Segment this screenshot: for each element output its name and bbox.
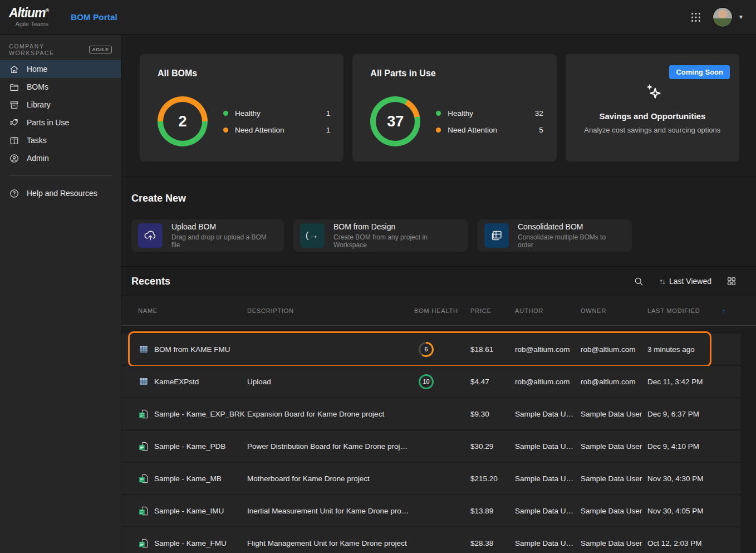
column-header-price[interactable]: PRICE xyxy=(470,307,515,314)
legend-dot-icon xyxy=(436,128,441,133)
sample-file-icon xyxy=(138,441,149,452)
table-header: NAMEDESCRIPTIONBOM HEALTHPRICEAUTHOROWNE… xyxy=(121,296,756,326)
recents-title: Recents xyxy=(131,276,170,287)
row-name: KameEXPstd xyxy=(154,378,199,386)
row-bom-health: 6 xyxy=(414,342,470,357)
row-last-modified: Dec 9, 4:10 PM xyxy=(647,442,722,451)
legend-dot-icon xyxy=(223,128,228,133)
row-name-cell: Sample - Kame_PDB xyxy=(138,441,247,452)
row-author: Sample Data User xyxy=(515,474,581,483)
sidebar-item-library[interactable]: Library xyxy=(0,96,121,114)
table-row[interactable]: Sample - Kame_FMUFlight Management Unit … xyxy=(121,527,740,553)
legend-value: 32 xyxy=(535,109,543,118)
column-header-owner[interactable]: OWNER xyxy=(581,307,647,314)
row-author: Sample Data User xyxy=(515,539,581,547)
row-owner: rob@altium.com xyxy=(581,345,647,354)
column-header-last-modified[interactable]: LAST MODIFIED xyxy=(647,307,722,314)
sidebar-item-label: Parts in Use xyxy=(27,118,69,127)
workspace-label: COMPANY WORKSPACE xyxy=(9,43,85,56)
sort-selector[interactable]: ↑↓ Last Viewed xyxy=(659,277,711,286)
sidebar-item-help-and-resources[interactable]: Help and Resources xyxy=(0,184,121,202)
row-owner: Sample Data User xyxy=(581,474,647,483)
bom-health-badge: 6 xyxy=(419,342,434,357)
row-price: $30.29 xyxy=(470,442,515,451)
row-description: Upload xyxy=(247,378,414,386)
sidebar-item-admin[interactable]: Admin xyxy=(0,149,121,167)
bom-health-badge: 10 xyxy=(419,374,434,389)
summary-cards-section: All BOMs 2 Healthy1Need Attention1 All P… xyxy=(121,35,756,177)
table-row[interactable]: Sample - Kame_IMUInertial Measurement Un… xyxy=(121,495,740,526)
table-row[interactable]: Sample - Kame_MBMotherboard for Kame Dro… xyxy=(121,463,740,494)
sort-direction-icon[interactable]: ↑ xyxy=(722,307,740,315)
donut-total: 2 xyxy=(178,113,186,130)
sidebar-item-label: Home xyxy=(27,65,47,74)
row-name: Sample - Kame_PDB xyxy=(154,442,225,451)
savings-card: Coming Soon Savings and Opportunities An… xyxy=(566,54,739,162)
row-owner: Sample Data User xyxy=(581,410,647,418)
tasks-icon xyxy=(9,135,19,146)
row-bom-health: 10 xyxy=(414,374,470,389)
savings-title: Savings and Opportunities xyxy=(599,111,705,121)
column-header-bom-health[interactable]: BOM HEALTH xyxy=(414,307,470,314)
row-name: Sample - Kame_MB xyxy=(154,474,222,483)
legend-item: Need Attention5 xyxy=(436,126,543,134)
all-parts-card: All Parts in Use 37 Healthy32Need Attent… xyxy=(352,54,556,162)
row-price: $215.20 xyxy=(470,474,515,483)
apps-grid-icon[interactable] xyxy=(688,9,704,25)
create-action-consolidated-bom[interactable]: Consolidated BOMConsolidate multiple BOM… xyxy=(478,219,632,252)
admin-icon xyxy=(9,153,19,164)
table-row[interactable]: KameEXPstdUpload10$4.47rob@altium.comrob… xyxy=(121,366,740,397)
card-title: All BOMs xyxy=(158,68,331,79)
upload-cloud-icon xyxy=(138,223,163,248)
row-author: rob@altium.com xyxy=(515,378,581,386)
legend-dot-icon xyxy=(223,111,228,116)
create-new-title: Create New xyxy=(131,193,740,204)
row-last-modified: Oct 12, 2:03 PM xyxy=(647,539,722,547)
row-price: $4.47 xyxy=(470,378,515,386)
sidebar-item-boms[interactable]: BOMs xyxy=(0,78,121,96)
table-row[interactable]: BOM from KAME FMU6$18.61rob@altium.comro… xyxy=(121,334,740,365)
bom-table-icon xyxy=(138,376,149,387)
bom-table-icon xyxy=(138,344,149,355)
table-row[interactable]: Sample - Kame_EXP_BRKExpansion Board for… xyxy=(121,398,740,429)
table-row[interactable]: Sample - Kame_PDBPower Distribution Boar… xyxy=(121,430,740,462)
column-header-author[interactable]: AUTHOR xyxy=(515,307,581,314)
chevron-down-icon[interactable]: ▼ xyxy=(738,14,744,20)
sidebar-item-parts-in-use[interactable]: Parts in Use xyxy=(0,114,121,131)
parts-icon xyxy=(9,118,19,128)
legend-dot-icon xyxy=(436,111,441,116)
sidebar-item-home[interactable]: Home xyxy=(0,60,121,78)
row-name: Sample - Kame_IMU xyxy=(154,507,224,515)
create-action-bom-from-design[interactable]: (→BOM from DesignCreate BOM from any pro… xyxy=(293,219,468,252)
app-title[interactable]: BOM Portal xyxy=(71,12,117,22)
column-header-description[interactable]: DESCRIPTION xyxy=(247,307,414,314)
sparkle-icon xyxy=(642,81,662,104)
altium-logo: Altium® Agile Teams xyxy=(9,7,48,27)
legend-label: Healthy xyxy=(448,109,473,118)
registered-mark: ® xyxy=(46,8,49,13)
all-boms-card: All BOMs 2 Healthy1Need Attention1 xyxy=(140,54,343,162)
search-icon[interactable] xyxy=(631,273,647,289)
avatar[interactable] xyxy=(713,7,733,27)
create-action-upload-bom[interactable]: Upload BOMDrag and drop or upload a BOM … xyxy=(131,219,284,252)
legend-label: Healthy xyxy=(235,109,261,118)
sidebar-item-label: Admin xyxy=(27,154,49,163)
row-name: Sample - Kame_EXP_BRK xyxy=(154,410,245,418)
sidebar-item-label: Library xyxy=(27,100,51,109)
row-description: Motherboard for Kame Drone project xyxy=(247,474,414,483)
sidebar-item-tasks[interactable]: Tasks xyxy=(0,131,121,149)
legend-item: Need Attention1 xyxy=(223,126,330,134)
row-name-cell: BOM from KAME FMU xyxy=(138,344,247,355)
row-last-modified: Dec 9, 6:37 PM xyxy=(647,410,722,418)
row-last-modified: Nov 30, 4:30 PM xyxy=(647,474,722,483)
create-action-title: BOM from Design xyxy=(333,222,459,231)
row-author: Sample Data User xyxy=(515,442,581,451)
grid-view-icon[interactable] xyxy=(724,273,739,289)
column-header-name[interactable]: NAME xyxy=(138,307,247,314)
row-price: $9.30 xyxy=(470,410,515,418)
row-name-cell: Sample - Kame_MB xyxy=(138,473,247,484)
legend-item: Healthy1 xyxy=(223,109,330,118)
create-action-title: Upload BOM xyxy=(171,222,275,231)
recents-section: Recents ↑↓ Last Viewed NAMEDESCRIPTIONBO… xyxy=(121,266,756,553)
top-bar: Altium® Agile Teams BOM Portal ▼ xyxy=(0,0,756,35)
